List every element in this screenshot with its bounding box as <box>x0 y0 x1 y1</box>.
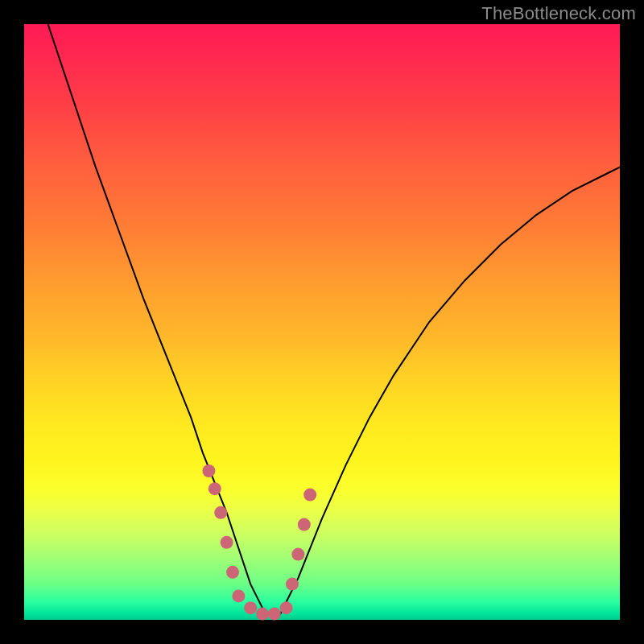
plot-area <box>24 24 620 620</box>
marker-point <box>280 601 293 614</box>
marker-point <box>256 608 269 621</box>
marker-point <box>226 566 239 579</box>
bottleneck-curve <box>48 24 620 620</box>
marker-point <box>232 589 245 602</box>
marker-point <box>286 578 299 591</box>
marker-point <box>221 536 233 549</box>
marker-point <box>268 608 281 621</box>
marker-group <box>202 464 316 621</box>
chart-svg <box>24 24 620 620</box>
marker-point <box>244 601 257 614</box>
marker-point <box>298 518 311 531</box>
chart-frame: TheBottleneck.com <box>0 0 644 644</box>
marker-point <box>303 489 316 502</box>
marker-point <box>291 548 304 561</box>
watermark-text: TheBottleneck.com <box>481 3 636 24</box>
marker-point <box>202 464 215 477</box>
marker-point <box>214 506 227 519</box>
marker-point <box>208 482 221 495</box>
